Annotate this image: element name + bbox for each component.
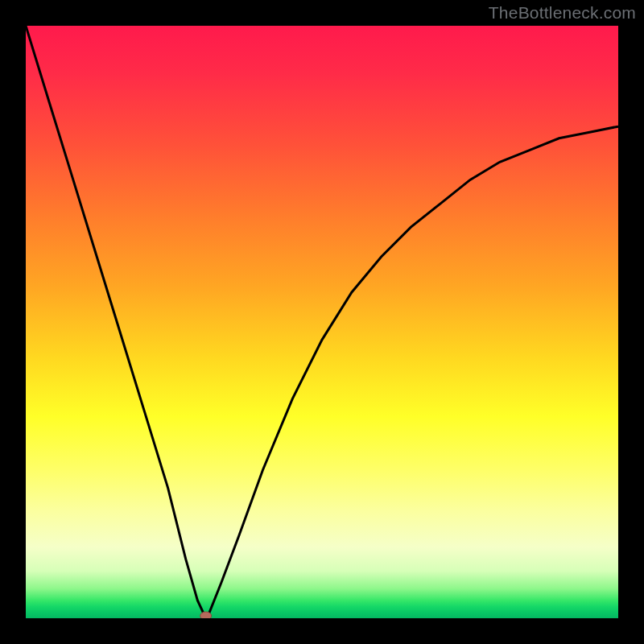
curve-layer: [26, 26, 618, 618]
bottleneck-curve: [26, 26, 618, 618]
watermark: TheBottleneck.com: [489, 3, 636, 23]
plot-area: [26, 26, 618, 618]
chart-frame: TheBottleneck.com: [0, 0, 644, 644]
min-marker: [200, 612, 212, 618]
